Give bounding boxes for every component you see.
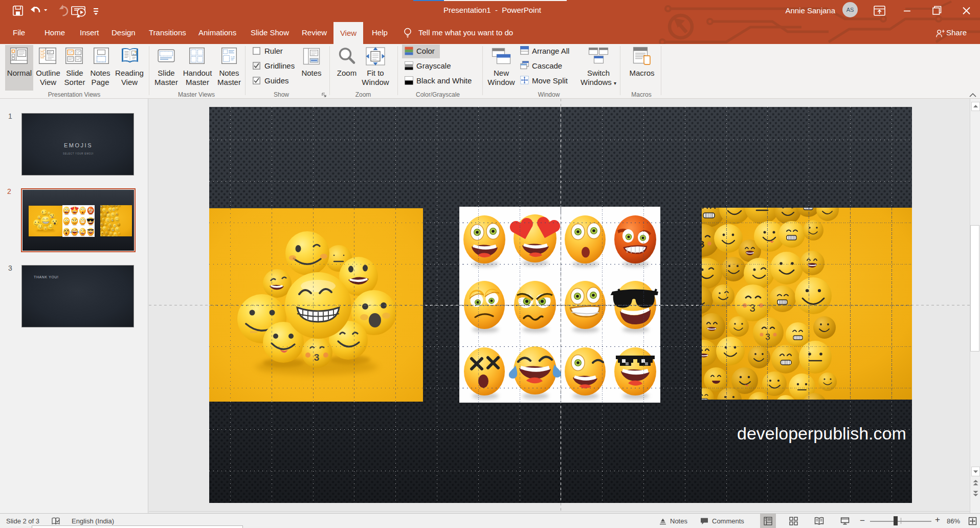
svg-text:3: 3	[107, 221, 108, 223]
svg-text:3: 3	[314, 352, 320, 363]
svg-text:3: 3	[749, 302, 755, 314]
